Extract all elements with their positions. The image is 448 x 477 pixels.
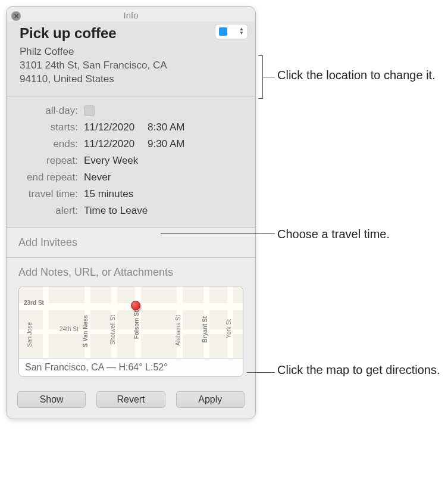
location-line: Philz Coffee: [20, 45, 247, 59]
event-header: ▲▼ Pick up coffee Philz Coffee 3101 24th…: [7, 21, 255, 96]
map-street-label: York St: [225, 319, 232, 338]
ends-time[interactable]: 9:30 AM: [148, 138, 184, 150]
repeat-label: repeat:: [15, 155, 84, 167]
row-traveltime: travel time: 15 minutes: [15, 188, 247, 200]
allday-checkbox[interactable]: [84, 105, 95, 116]
row-allday: all-day:: [15, 105, 247, 117]
ends-date[interactable]: 11/12/2020: [84, 138, 134, 150]
map-street-label: Folsom St: [133, 310, 140, 339]
endrepeat-value[interactable]: Never: [84, 172, 111, 183]
endrepeat-label: end repeat:: [15, 172, 84, 183]
revert-button[interactable]: Revert: [96, 391, 165, 408]
event-details: all-day: starts: 11/12/2020 8:30 AM ends…: [7, 96, 255, 228]
notes-section: Add Notes, URL, or Attachments 23rd St 2…: [7, 258, 255, 383]
callout-line: [247, 372, 275, 373]
callout-line: [161, 233, 275, 234]
row-ends: ends: 11/12/2020 9:30 AM: [15, 138, 247, 150]
map-street-label: Shotwell St: [109, 315, 116, 345]
starts-label: starts:: [15, 121, 84, 133]
map-street-label: Bryant St: [202, 316, 208, 342]
ends-label: ends:: [15, 138, 84, 150]
apply-button[interactable]: Apply: [176, 391, 245, 408]
close-icon[interactable]: [11, 11, 21, 21]
callout-location: Click the location to change it.: [277, 67, 436, 83]
calendar-picker[interactable]: ▲▼: [215, 24, 248, 39]
map-street-label: Alabama St: [175, 315, 181, 346]
row-endrepeat: end repeat: Never: [15, 172, 247, 183]
map-thumbnail[interactable]: 23rd St 24th St S Van Ness Shotwell St F…: [18, 286, 243, 377]
allday-label: all-day:: [15, 105, 84, 117]
callout-map: Click the map to get directions.: [277, 362, 440, 378]
repeat-value[interactable]: Every Week: [84, 155, 138, 167]
location-line: 3101 24th St, San Francisco, CA: [20, 59, 247, 73]
location-line: 94110, United States: [20, 73, 247, 86]
map-street-label: S Van Ness: [82, 315, 89, 347]
map-canvas: 23rd St 24th St S Van Ness Shotwell St F…: [19, 286, 243, 358]
map-weather-bar: San Francisco, CA — H:64° L:52°: [19, 358, 243, 376]
row-alert: alert: Time to Leave: [15, 205, 247, 217]
alert-value[interactable]: Time to Leave: [84, 205, 148, 217]
calendar-color-swatch: [219, 27, 227, 36]
map-street-label: 24th St: [59, 326, 79, 332]
travel-label: travel time:: [15, 188, 84, 200]
map-pin-icon: [131, 301, 140, 310]
callout-travel: Choose a travel time.: [277, 226, 390, 242]
starts-time[interactable]: 8:30 AM: [148, 121, 184, 133]
event-location[interactable]: Philz Coffee 3101 24th St, San Francisco…: [20, 45, 247, 86]
bracket-icon: [258, 55, 263, 99]
event-info-popover: Info ▲▼ Pick up coffee Philz Coffee 3101…: [6, 6, 256, 419]
add-invitees-field[interactable]: Add Invitees: [7, 228, 255, 258]
show-button[interactable]: Show: [17, 391, 86, 408]
chevron-updown-icon: ▲▼: [239, 27, 244, 36]
button-row: Show Revert Apply: [7, 383, 255, 419]
row-repeat: repeat: Every Week: [15, 155, 247, 167]
callout-line: [263, 77, 275, 77]
add-notes-field[interactable]: Add Notes, URL, or Attachments: [18, 266, 243, 279]
event-title[interactable]: Pick up coffee: [20, 25, 247, 42]
travel-value[interactable]: 15 minutes: [84, 188, 133, 200]
popover-title: Info: [7, 7, 255, 21]
map-street-label: 23rd St: [24, 300, 44, 306]
row-starts: starts: 11/12/2020 8:30 AM: [15, 121, 247, 133]
alert-label: alert:: [15, 205, 84, 217]
starts-date[interactable]: 11/12/2020: [84, 121, 134, 133]
map-street-label: San Jose: [26, 322, 33, 347]
